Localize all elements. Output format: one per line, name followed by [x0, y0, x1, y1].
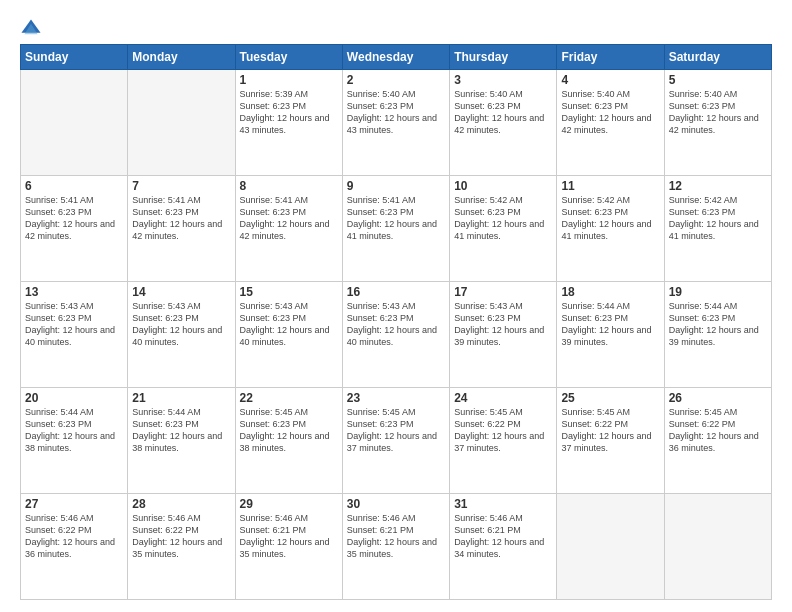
calendar-cell: 13Sunrise: 5:43 AM Sunset: 6:23 PM Dayli… — [21, 282, 128, 388]
day-info: Sunrise: 5:40 AM Sunset: 6:23 PM Dayligh… — [561, 88, 659, 137]
calendar-cell — [664, 494, 771, 600]
day-info: Sunrise: 5:39 AM Sunset: 6:23 PM Dayligh… — [240, 88, 338, 137]
calendar-cell: 23Sunrise: 5:45 AM Sunset: 6:23 PM Dayli… — [342, 388, 449, 494]
calendar-cell: 20Sunrise: 5:44 AM Sunset: 6:23 PM Dayli… — [21, 388, 128, 494]
day-number: 18 — [561, 285, 659, 299]
calendar-cell: 28Sunrise: 5:46 AM Sunset: 6:22 PM Dayli… — [128, 494, 235, 600]
day-number: 28 — [132, 497, 230, 511]
page: SundayMondayTuesdayWednesdayThursdayFrid… — [0, 0, 792, 612]
day-info: Sunrise: 5:46 AM Sunset: 6:22 PM Dayligh… — [132, 512, 230, 561]
calendar-cell: 19Sunrise: 5:44 AM Sunset: 6:23 PM Dayli… — [664, 282, 771, 388]
day-info: Sunrise: 5:41 AM Sunset: 6:23 PM Dayligh… — [132, 194, 230, 243]
day-number: 7 — [132, 179, 230, 193]
calendar-cell: 18Sunrise: 5:44 AM Sunset: 6:23 PM Dayli… — [557, 282, 664, 388]
calendar-cell: 22Sunrise: 5:45 AM Sunset: 6:23 PM Dayli… — [235, 388, 342, 494]
calendar-cell: 10Sunrise: 5:42 AM Sunset: 6:23 PM Dayli… — [450, 176, 557, 282]
day-number: 5 — [669, 73, 767, 87]
day-number: 12 — [669, 179, 767, 193]
day-number: 19 — [669, 285, 767, 299]
day-info: Sunrise: 5:43 AM Sunset: 6:23 PM Dayligh… — [132, 300, 230, 349]
week-row-3: 13Sunrise: 5:43 AM Sunset: 6:23 PM Dayli… — [21, 282, 772, 388]
weekday-header-wednesday: Wednesday — [342, 45, 449, 70]
day-info: Sunrise: 5:45 AM Sunset: 6:23 PM Dayligh… — [240, 406, 338, 455]
day-info: Sunrise: 5:43 AM Sunset: 6:23 PM Dayligh… — [25, 300, 123, 349]
day-info: Sunrise: 5:42 AM Sunset: 6:23 PM Dayligh… — [454, 194, 552, 243]
day-number: 20 — [25, 391, 123, 405]
day-info: Sunrise: 5:46 AM Sunset: 6:21 PM Dayligh… — [240, 512, 338, 561]
calendar-cell — [128, 70, 235, 176]
day-info: Sunrise: 5:44 AM Sunset: 6:23 PM Dayligh… — [561, 300, 659, 349]
day-number: 4 — [561, 73, 659, 87]
day-number: 23 — [347, 391, 445, 405]
day-number: 8 — [240, 179, 338, 193]
day-number: 15 — [240, 285, 338, 299]
day-info: Sunrise: 5:40 AM Sunset: 6:23 PM Dayligh… — [669, 88, 767, 137]
week-row-4: 20Sunrise: 5:44 AM Sunset: 6:23 PM Dayli… — [21, 388, 772, 494]
calendar-cell: 30Sunrise: 5:46 AM Sunset: 6:21 PM Dayli… — [342, 494, 449, 600]
calendar-cell: 29Sunrise: 5:46 AM Sunset: 6:21 PM Dayli… — [235, 494, 342, 600]
calendar-cell: 1Sunrise: 5:39 AM Sunset: 6:23 PM Daylig… — [235, 70, 342, 176]
day-info: Sunrise: 5:40 AM Sunset: 6:23 PM Dayligh… — [347, 88, 445, 137]
calendar-cell: 15Sunrise: 5:43 AM Sunset: 6:23 PM Dayli… — [235, 282, 342, 388]
day-info: Sunrise: 5:43 AM Sunset: 6:23 PM Dayligh… — [240, 300, 338, 349]
weekday-header-tuesday: Tuesday — [235, 45, 342, 70]
day-number: 22 — [240, 391, 338, 405]
day-info: Sunrise: 5:42 AM Sunset: 6:23 PM Dayligh… — [561, 194, 659, 243]
calendar-cell: 11Sunrise: 5:42 AM Sunset: 6:23 PM Dayli… — [557, 176, 664, 282]
calendar-cell: 17Sunrise: 5:43 AM Sunset: 6:23 PM Dayli… — [450, 282, 557, 388]
week-row-5: 27Sunrise: 5:46 AM Sunset: 6:22 PM Dayli… — [21, 494, 772, 600]
day-number: 31 — [454, 497, 552, 511]
weekday-header-row: SundayMondayTuesdayWednesdayThursdayFrid… — [21, 45, 772, 70]
day-info: Sunrise: 5:44 AM Sunset: 6:23 PM Dayligh… — [669, 300, 767, 349]
calendar-cell: 26Sunrise: 5:45 AM Sunset: 6:22 PM Dayli… — [664, 388, 771, 494]
calendar-cell: 6Sunrise: 5:41 AM Sunset: 6:23 PM Daylig… — [21, 176, 128, 282]
calendar-cell: 24Sunrise: 5:45 AM Sunset: 6:22 PM Dayli… — [450, 388, 557, 494]
day-number: 2 — [347, 73, 445, 87]
logo — [20, 18, 46, 40]
calendar-cell: 7Sunrise: 5:41 AM Sunset: 6:23 PM Daylig… — [128, 176, 235, 282]
calendar-cell: 4Sunrise: 5:40 AM Sunset: 6:23 PM Daylig… — [557, 70, 664, 176]
calendar-cell: 8Sunrise: 5:41 AM Sunset: 6:23 PM Daylig… — [235, 176, 342, 282]
calendar-cell: 5Sunrise: 5:40 AM Sunset: 6:23 PM Daylig… — [664, 70, 771, 176]
day-number: 26 — [669, 391, 767, 405]
day-info: Sunrise: 5:44 AM Sunset: 6:23 PM Dayligh… — [25, 406, 123, 455]
day-info: Sunrise: 5:45 AM Sunset: 6:22 PM Dayligh… — [454, 406, 552, 455]
day-info: Sunrise: 5:42 AM Sunset: 6:23 PM Dayligh… — [669, 194, 767, 243]
day-info: Sunrise: 5:45 AM Sunset: 6:22 PM Dayligh… — [669, 406, 767, 455]
day-info: Sunrise: 5:43 AM Sunset: 6:23 PM Dayligh… — [347, 300, 445, 349]
day-number: 13 — [25, 285, 123, 299]
calendar-cell — [21, 70, 128, 176]
week-row-2: 6Sunrise: 5:41 AM Sunset: 6:23 PM Daylig… — [21, 176, 772, 282]
day-info: Sunrise: 5:46 AM Sunset: 6:21 PM Dayligh… — [347, 512, 445, 561]
day-number: 27 — [25, 497, 123, 511]
day-number: 16 — [347, 285, 445, 299]
day-number: 3 — [454, 73, 552, 87]
day-number: 14 — [132, 285, 230, 299]
calendar-cell: 27Sunrise: 5:46 AM Sunset: 6:22 PM Dayli… — [21, 494, 128, 600]
day-info: Sunrise: 5:41 AM Sunset: 6:23 PM Dayligh… — [25, 194, 123, 243]
calendar: SundayMondayTuesdayWednesdayThursdayFrid… — [20, 44, 772, 600]
weekday-header-sunday: Sunday — [21, 45, 128, 70]
day-info: Sunrise: 5:46 AM Sunset: 6:22 PM Dayligh… — [25, 512, 123, 561]
day-number: 1 — [240, 73, 338, 87]
day-number: 24 — [454, 391, 552, 405]
day-info: Sunrise: 5:43 AM Sunset: 6:23 PM Dayligh… — [454, 300, 552, 349]
day-number: 11 — [561, 179, 659, 193]
day-info: Sunrise: 5:44 AM Sunset: 6:23 PM Dayligh… — [132, 406, 230, 455]
day-number: 17 — [454, 285, 552, 299]
day-number: 10 — [454, 179, 552, 193]
calendar-cell: 16Sunrise: 5:43 AM Sunset: 6:23 PM Dayli… — [342, 282, 449, 388]
day-number: 30 — [347, 497, 445, 511]
day-info: Sunrise: 5:41 AM Sunset: 6:23 PM Dayligh… — [240, 194, 338, 243]
calendar-cell: 14Sunrise: 5:43 AM Sunset: 6:23 PM Dayli… — [128, 282, 235, 388]
weekday-header-thursday: Thursday — [450, 45, 557, 70]
day-number: 9 — [347, 179, 445, 193]
calendar-cell: 9Sunrise: 5:41 AM Sunset: 6:23 PM Daylig… — [342, 176, 449, 282]
logo-icon — [20, 18, 42, 40]
day-info: Sunrise: 5:41 AM Sunset: 6:23 PM Dayligh… — [347, 194, 445, 243]
day-info: Sunrise: 5:46 AM Sunset: 6:21 PM Dayligh… — [454, 512, 552, 561]
calendar-cell: 25Sunrise: 5:45 AM Sunset: 6:22 PM Dayli… — [557, 388, 664, 494]
calendar-cell: 12Sunrise: 5:42 AM Sunset: 6:23 PM Dayli… — [664, 176, 771, 282]
week-row-1: 1Sunrise: 5:39 AM Sunset: 6:23 PM Daylig… — [21, 70, 772, 176]
day-number: 21 — [132, 391, 230, 405]
